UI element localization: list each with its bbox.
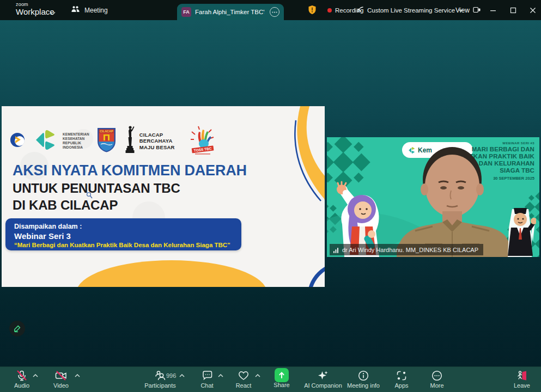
more-button[interactable]: More [425, 369, 449, 389]
ai-companion-label: AI Companion [304, 382, 342, 389]
streaming-label: Custom Live Streaming Service [367, 7, 455, 14]
leave-button[interactable]: Leave [510, 369, 534, 389]
slide-title-block: AKSI NYATA KOMITMEN DAERAH UNTUK PENUNTA… [13, 162, 247, 213]
cartoon-man-illustration [502, 204, 536, 257]
svg-text:CILACAP: CILACAP [100, 130, 113, 133]
camera-off-icon [54, 369, 68, 382]
titlebar: zoom Workplace Meeting FA Farah Alphi_Ti… [0, 0, 541, 20]
meeting-info-label: Meeting info [347, 382, 380, 389]
security-warning-icon[interactable] [308, 5, 317, 17]
tab-options-ellipsis-icon[interactable] [270, 7, 279, 17]
slide-title-line3: DI KAB CILACAP [13, 197, 247, 213]
brand-workplace-text: Workplace [16, 7, 54, 16]
share-button[interactable]: Share [270, 368, 293, 388]
toss-tbc-logo: TOSS TBC [187, 124, 217, 158]
meeting-stage: KEMENTERIAN KESEHATAN REPUBLIK INDONESIA… [0, 20, 541, 366]
chat-bubble-icon [201, 369, 214, 382]
video-button[interactable]: Video [48, 369, 74, 389]
slide-logo-row: KEMENTERIAN KESEHATAN REPUBLIK INDONESIA… [9, 124, 217, 158]
apps-button[interactable]: Apps [391, 369, 412, 389]
more-ellipsis-icon [431, 369, 443, 382]
slide-title-line2: UNTUK PENUNTASAN TBC [13, 180, 247, 197]
blue-arrow-logo [9, 132, 26, 150]
cilacap-crest-logo: CILACAP [96, 127, 117, 155]
info-circle-icon [357, 369, 369, 382]
shared-screen-slide: KEMENTERIAN KESEHATAN REPUBLIK INDONESIA… [2, 106, 325, 287]
participants-options-chevron-icon[interactable] [179, 374, 185, 377]
apps-icon [396, 369, 408, 382]
audio-button[interactable]: Audio [9, 369, 35, 389]
brand-chevron-down-icon[interactable] [50, 8, 56, 17]
meeting-info-button[interactable]: Meeting info [345, 369, 381, 389]
chat-button[interactable]: Chat [195, 369, 219, 389]
participant-name-label: dr Ari Windy Hardhanu. MM_DINKES KB CILA… [342, 247, 478, 253]
broadcast-icon [357, 6, 364, 14]
react-button[interactable]: React [231, 369, 256, 389]
ministry-name: KEMENTERIAN KESEHATAN REPUBLIK INDONESIA [63, 132, 89, 150]
slide-info-box: Disampaikan dalam : Webinar Seri 3 “Mari… [5, 218, 241, 250]
share-screen-icon [275, 368, 289, 382]
leave-label: Leave [514, 382, 530, 389]
participant-name-bar: dr Ari Windy Hardhanu. MM_DINKES KB CILA… [330, 244, 483, 255]
react-label: React [236, 382, 252, 389]
chat-label: Chat [200, 382, 213, 389]
video-label: Video [53, 382, 69, 389]
avatar: FA [181, 7, 191, 17]
participants-label: Participants [144, 382, 175, 389]
zoom-meeting-window: zoom Workplace Meeting FA Farah Alphi_Ti… [0, 0, 541, 392]
meeting-tab-label: Meeting [84, 7, 108, 14]
statue-silhouette-icon [125, 125, 135, 157]
view-label: View [455, 7, 470, 14]
kemenkes-logo [31, 126, 58, 156]
ai-sparkle-icon [317, 369, 330, 382]
meeting-toolbar: Audio Video Par [0, 366, 541, 392]
slide-title-line1: AKSI NYATA KOMITMEN DAERAH [13, 162, 247, 180]
cilacap-motto: CILACAP BERCAHAYA MAJU BESAR [139, 132, 175, 151]
tab-shared-screen[interactable]: FA Farah Alphi_Timker TBC's screen [177, 4, 284, 20]
info-line3: “Mari Berbagi dan Kuatkan Praktik Baik D… [14, 241, 233, 249]
share-label: Share [273, 382, 289, 388]
recording-dot-icon [327, 8, 332, 13]
zoom-workplace-logo: zoom Workplace [16, 2, 54, 16]
info-line1: Disampaikan dalam : [14, 222, 233, 231]
tab-meeting[interactable]: Meeting [66, 0, 112, 20]
share-tab-label: Farah Alphi_Timker TBC's screen [195, 9, 265, 15]
more-label: More [430, 382, 443, 389]
video-options-chevron-icon[interactable] [75, 374, 80, 377]
ai-companion-button[interactable]: AI Companion [303, 369, 343, 389]
maximize-button[interactable] [504, 0, 522, 20]
leave-meeting-icon [515, 369, 528, 382]
info-line2: Webinar Seri 3 [14, 231, 233, 241]
audio-options-chevron-icon[interactable] [33, 374, 38, 377]
cursor [86, 192, 93, 199]
meeting-people-icon [71, 5, 80, 15]
annotate-button[interactable] [9, 321, 25, 336]
audio-label: Audio [14, 382, 29, 389]
pencil-icon [13, 324, 21, 333]
microphone-muted-icon [16, 369, 28, 382]
chat-options-chevron-icon[interactable] [218, 374, 223, 377]
heart-icon [238, 369, 250, 382]
apps-label: Apps [394, 382, 408, 389]
participants-count: 996 [166, 372, 176, 379]
participants-icon [154, 369, 166, 382]
view-button[interactable]: View [452, 4, 484, 16]
react-options-chevron-icon[interactable] [255, 374, 260, 377]
speaker-video-tile[interactable]: Kem WEBINAR SERI #3 MARI BERBAGI DAN KUA… [327, 137, 539, 257]
brand-zoom-text: zoom [16, 2, 54, 7]
minimize-button[interactable] [484, 0, 502, 20]
live-streaming-selector[interactable]: Custom Live Streaming Service [357, 0, 463, 20]
close-button[interactable] [524, 0, 541, 20]
audio-level-icon [333, 247, 339, 253]
view-layout-icon [473, 7, 481, 15]
